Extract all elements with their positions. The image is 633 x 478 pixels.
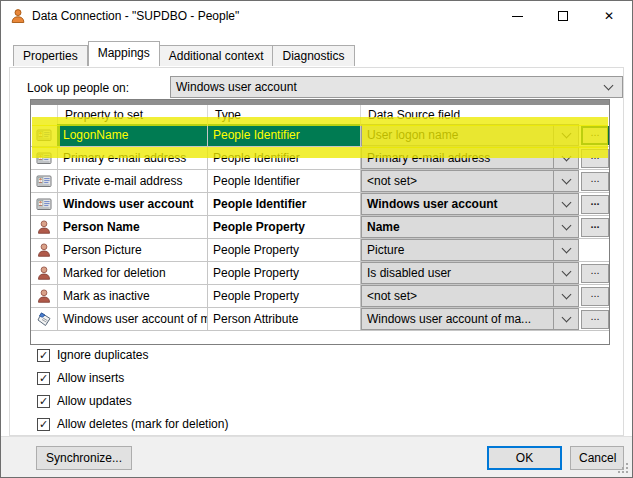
source-combobox[interactable]: <not set> — [361, 285, 553, 307]
source-combobox[interactable]: <not set> — [361, 170, 553, 192]
ok-button[interactable]: OK — [487, 446, 562, 470]
checkbox-box[interactable]: ✓ — [37, 372, 50, 385]
ellipsis-button[interactable]: ... — [581, 264, 609, 283]
lookup-combobox[interactable]: Windows user account — [170, 76, 623, 98]
table-row-person-name[interactable]: Person NamePeople PropertyName... — [31, 216, 609, 239]
ellipsis-button[interactable]: ... — [581, 310, 609, 329]
synchronize-button[interactable]: Synchronize... — [36, 446, 132, 470]
table-row-windows-user-account[interactable]: Windows user accountPeople IdentifierWin… — [31, 193, 609, 216]
person-icon — [31, 216, 58, 238]
close-button[interactable]: ✕ — [586, 1, 632, 31]
tab-properties[interactable]: Properties — [13, 45, 88, 66]
chevron-down-icon[interactable] — [553, 285, 579, 307]
checkbox-allow-updates[interactable]: ✓Allow updates — [37, 394, 228, 408]
checkbox-label: Ignore duplicates — [57, 348, 148, 362]
tab-strip: PropertiesMappingsAdditional contextDiag… — [13, 45, 355, 66]
type-cell: People Identifier — [208, 147, 361, 169]
type-cell: People Identifier — [208, 124, 361, 146]
grid-header-row: Property to setTypeData Source field — [31, 105, 609, 124]
property-cell: Windows user account — [58, 193, 208, 215]
lookup-value: Windows user account — [176, 80, 605, 94]
person-icon — [31, 239, 58, 261]
property-cell: Primary e-mail address — [58, 147, 208, 169]
type-cell: People Property — [208, 285, 361, 307]
table-row-private-e-mail-address[interactable]: Private e-mail addressPeople Identifier<… — [31, 170, 609, 193]
chevron-down-icon[interactable] — [553, 124, 579, 146]
source-combobox[interactable]: Windows user account of ma... — [361, 308, 553, 330]
ellipsis-cell: ... — [579, 216, 611, 238]
chevron-down-icon — [604, 80, 614, 90]
type-cell: Person Attribute — [208, 308, 361, 330]
chevron-down-icon[interactable] — [553, 170, 579, 192]
ellipsis-button[interactable]: ... — [581, 195, 609, 214]
source-combobox[interactable]: Primary e-mail address — [361, 147, 553, 169]
id-card-icon — [31, 147, 58, 169]
chevron-down-icon[interactable] — [553, 147, 579, 169]
options-group: ✓Ignore duplicates✓Allow inserts✓Allow u… — [37, 348, 228, 440]
type-cell: People Identifier — [208, 193, 361, 215]
ellipsis-button[interactable]: ... — [581, 126, 609, 145]
checkbox-label: Allow deletes (mark for deletion) — [57, 417, 228, 431]
checkbox-allow-inserts[interactable]: ✓Allow inserts — [37, 371, 228, 385]
source-combobox[interactable]: Is disabled user — [361, 262, 553, 284]
tag-icon — [31, 308, 58, 330]
button-bar: Synchronize... OK Cancel — [1, 436, 632, 477]
checkbox-box[interactable]: ✓ — [37, 349, 50, 362]
chevron-down-icon[interactable] — [553, 308, 579, 330]
chevron-down-icon[interactable] — [553, 239, 579, 261]
id-card-icon — [31, 124, 58, 146]
window-title: Data Connection - "SUPDBO - People" — [32, 9, 239, 23]
ellipsis-cell: ... — [579, 262, 611, 284]
ellipsis-cell: ... — [579, 170, 611, 192]
ellipsis-cell: ... — [579, 124, 611, 146]
ellipsis-cell — [579, 239, 611, 261]
close-icon: ✕ — [604, 10, 614, 22]
checkbox-box[interactable]: ✓ — [37, 395, 50, 408]
ellipsis-button[interactable]: ... — [581, 287, 609, 306]
checkbox-label: Allow inserts — [57, 371, 124, 385]
lookup-label: Look up people on: — [27, 81, 129, 95]
source-combobox[interactable]: Picture — [361, 239, 553, 261]
resize-grip[interactable] — [616, 461, 629, 474]
ellipsis-button[interactable]: ... — [581, 218, 609, 237]
ellipsis-button[interactable]: ... — [581, 172, 609, 191]
column-header-property-to-set: Property to set — [58, 105, 208, 124]
source-combobox[interactable]: User logon name — [361, 124, 553, 146]
table-row-primary-e-mail-address[interactable]: Primary e-mail addressPeople IdentifierP… — [31, 147, 609, 170]
maximize-button[interactable] — [540, 1, 586, 31]
id-card-icon — [31, 193, 58, 215]
ellipsis-cell: ... — [579, 147, 611, 169]
maximize-icon — [558, 11, 568, 21]
ellipsis-cell: ... — [579, 285, 611, 307]
ellipsis-button[interactable]: ... — [581, 149, 609, 168]
property-cell: Windows user account of manager — [58, 308, 208, 330]
tab-additional-context[interactable]: Additional context — [160, 45, 274, 66]
table-row-windows-user-account-of-manager[interactable]: Windows user account of managerPerson At… — [31, 308, 609, 331]
property-cell: Person Name — [58, 216, 208, 238]
checkbox-allow-deletes-mark-for-deletion[interactable]: ✓Allow deletes (mark for deletion) — [37, 417, 228, 431]
minimize-button[interactable] — [494, 1, 540, 31]
type-cell: People Property — [208, 262, 361, 284]
minimize-icon — [512, 16, 523, 17]
chevron-down-icon[interactable] — [553, 216, 579, 238]
checkbox-label: Allow updates — [57, 394, 132, 408]
tab-diagnostics[interactable]: Diagnostics — [273, 45, 354, 66]
type-cell: People Identifier — [208, 170, 361, 192]
ellipsis-cell: ... — [579, 308, 611, 330]
chevron-down-icon[interactable] — [553, 262, 579, 284]
person-icon — [31, 262, 58, 284]
checkbox-box[interactable]: ✓ — [37, 418, 50, 431]
table-row-person-picture[interactable]: Person PicturePeople PropertyPicture — [31, 239, 609, 262]
app-person-icon — [10, 8, 26, 24]
chevron-down-icon[interactable] — [553, 193, 579, 215]
checkbox-ignore-duplicates[interactable]: ✓Ignore duplicates — [37, 348, 228, 362]
tab-mappings[interactable]: Mappings — [88, 41, 160, 66]
source-combobox[interactable]: Name — [361, 216, 553, 238]
titlebar: Data Connection - "SUPDBO - People" ✕ — [1, 1, 632, 31]
source-combobox[interactable]: Windows user account — [361, 193, 553, 215]
ellipsis-cell: ... — [579, 193, 611, 215]
table-row-logonname[interactable]: LogonNamePeople IdentifierUser logon nam… — [31, 124, 609, 147]
table-row-mark-as-inactive[interactable]: Mark as inactivePeople Property<not set>… — [31, 285, 609, 308]
table-row-marked-for-deletion[interactable]: Marked for deletionPeople PropertyIs dis… — [31, 262, 609, 285]
property-cell: Marked for deletion — [58, 262, 208, 284]
